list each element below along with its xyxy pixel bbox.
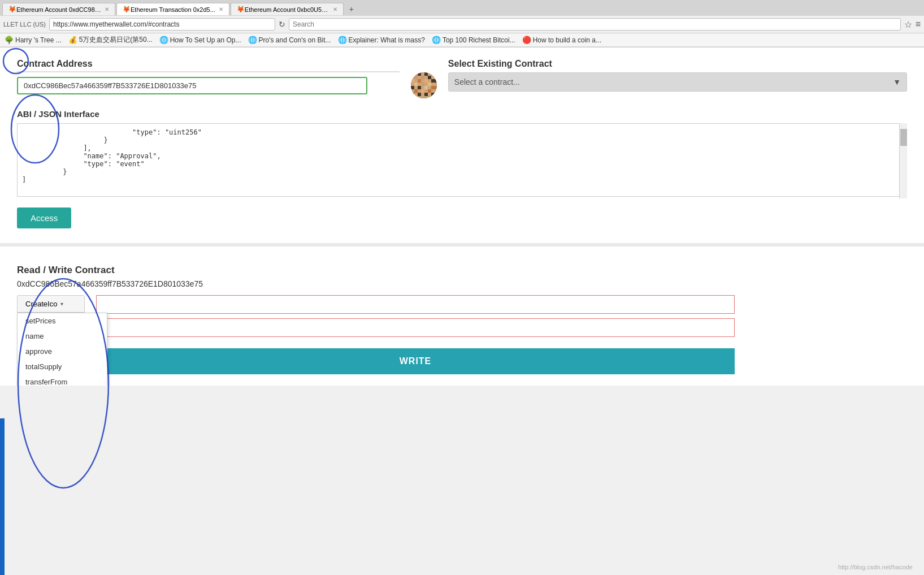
tab-label-2: Ethereum Transaction 0x2d5... <box>131 6 215 13</box>
svg-rect-3 <box>424 72 428 76</box>
svg-rect-8 <box>418 79 421 83</box>
scrollbar-thumb[interactable] <box>900 129 907 146</box>
bookmark-icon-3: 🌐 <box>248 36 257 44</box>
bookmark-label-3: Pro's and Con's on Bit... <box>259 36 331 44</box>
tab-close-1[interactable]: ✕ <box>105 6 109 12</box>
reload-button[interactable]: ↻ <box>279 20 285 29</box>
input-area: WRITE <box>85 295 907 374</box>
tab-2[interactable]: 🦊 Ethereum Transaction 0x2d5... ✕ <box>116 3 229 15</box>
bookmark-label-1: 5万史血交易日记(第50... <box>79 35 153 45</box>
search-input[interactable] <box>289 18 901 31</box>
site-label: LLET LLC (US) <box>3 21 46 28</box>
abi-container <box>17 123 907 198</box>
bookmark-icon-0: 🌳 <box>5 36 14 44</box>
dropdown-container: CreateIco ▾ setPrices name approve total… <box>17 295 85 313</box>
svg-rect-5 <box>421 76 424 79</box>
tab-favicon-2: 🦊 <box>123 6 131 13</box>
bookmark-star-icon[interactable]: ☆ <box>904 19 912 30</box>
menu-item-name[interactable]: name <box>18 328 107 344</box>
menu-item-approve[interactable]: approve <box>18 344 107 359</box>
svg-rect-10 <box>431 79 437 83</box>
svg-rect-16 <box>424 86 428 89</box>
svg-rect-23 <box>424 93 428 96</box>
tab-favicon-1: 🦊 <box>8 6 16 13</box>
svg-rect-7 <box>411 79 414 83</box>
svg-rect-24 <box>431 93 437 98</box>
abi-textarea[interactable] <box>17 123 907 197</box>
bookmark-label-2: How To Set Up an Op... <box>170 36 241 44</box>
bookmark-5[interactable]: 🌐 Top 100 Richest Bitcoi... <box>432 36 515 44</box>
dropdown-arrow-icon: ▼ <box>893 77 901 87</box>
createico-dropdown-button[interactable]: CreateIco ▾ <box>17 295 85 313</box>
contract-address-title: Contract Address <box>17 59 400 72</box>
svg-rect-2 <box>418 72 421 76</box>
new-tab-button[interactable]: + <box>345 2 358 16</box>
form-input-1[interactable] <box>96 295 735 314</box>
bookmark-4[interactable]: 🌐 Explainer: What is mass? <box>338 36 425 44</box>
bookmark-1[interactable]: 💰 5万史血交易日记(第50... <box>68 35 153 45</box>
bookmark-2[interactable]: 🌐 How To Set Up an Op... <box>159 36 241 44</box>
tab-label-3: Ethereum Account 0xbc0U5c... <box>245 6 329 13</box>
scrollbar-track[interactable] <box>899 123 907 198</box>
bookmark-label-5: Top 100 Richest Bitcoi... <box>443 36 515 44</box>
select-contract-dropdown[interactable]: Select a contract... ▼ <box>448 72 907 92</box>
menu-item-setPrices[interactable]: setPrices <box>18 313 107 328</box>
svg-rect-20 <box>428 89 431 93</box>
svg-rect-11 <box>414 83 418 86</box>
svg-rect-19 <box>421 89 424 93</box>
svg-rect-17 <box>431 86 437 89</box>
svg-rect-12 <box>421 83 424 86</box>
tab-3[interactable]: 🦊 Ethereum Account 0xbc0U5c... ✕ <box>231 3 344 15</box>
bookmarks-bar: 🌳 Harry 's Tree ... 💰 5万史血交易日记(第50... 🌐 … <box>0 33 924 47</box>
menu-item-totalSupply[interactable]: totalSupply <box>18 359 107 374</box>
bookmark-icon-2: 🌐 <box>159 36 168 44</box>
svg-rect-4 <box>414 76 418 79</box>
svg-rect-13 <box>428 83 431 86</box>
abi-label: ABI / JSON Interface <box>17 109 907 119</box>
tab-1[interactable]: 🦊 Ethereum Account 0xdCC986... ✕ <box>2 3 115 15</box>
bookmark-label-4: Explainer: What is mass? <box>349 36 425 44</box>
bookmark-icon-6: 🔴 <box>522 36 531 44</box>
bookmark-icon-5: 🌐 <box>432 36 441 44</box>
svg-rect-14 <box>411 86 414 89</box>
bookmark-0[interactable]: 🌳 Harry 's Tree ... <box>5 36 62 44</box>
svg-rect-18 <box>414 89 418 93</box>
select-contract-label: Select a contract... <box>454 77 520 87</box>
address-bar-input[interactable] <box>49 18 275 31</box>
access-button[interactable]: Access <box>17 207 71 228</box>
bookmark-3[interactable]: 🌐 Pro's and Con's on Bit... <box>248 36 331 44</box>
bookmark-6[interactable]: 🔴 How to build a coin a... <box>522 36 601 44</box>
bookmark-icon-1: 💰 <box>68 36 77 44</box>
svg-rect-9 <box>424 79 428 83</box>
tab-close-3[interactable]: ✕ <box>333 6 337 12</box>
write-button[interactable]: WRITE <box>96 348 735 374</box>
dropdown-menu: setPrices name approve totalSupply trans… <box>17 313 107 386</box>
bookmark-label-0: Harry 's Tree ... <box>15 36 62 44</box>
bookmark-icon-4: 🌐 <box>338 36 347 44</box>
tab-favicon-3: 🦊 <box>237 6 245 13</box>
svg-rect-22 <box>418 93 421 96</box>
svg-rect-15 <box>418 86 421 89</box>
tab-label-1: Ethereum Account 0xdCC986... <box>16 6 101 13</box>
section-separator <box>0 243 924 247</box>
form-input-2[interactable] <box>96 318 735 337</box>
write-btn-row: WRITE <box>96 346 907 374</box>
svg-rect-21 <box>411 93 414 96</box>
address-bar-row: LLET LLC (US) ↻ ☆ ≡ <box>0 16 924 33</box>
menu-item-transferFrom[interactable]: transferFrom <box>18 374 107 386</box>
avatar <box>411 72 437 98</box>
dropdown-label: CreateIco <box>25 300 57 308</box>
browser-menu-icon[interactable]: ≡ <box>916 19 921 29</box>
rw-title: Read / Write Contract <box>17 265 907 276</box>
tab-close-2[interactable]: ✕ <box>219 6 223 12</box>
avatar-image <box>411 72 437 98</box>
contract-address-input[interactable] <box>17 77 367 94</box>
svg-rect-1 <box>411 72 414 76</box>
page-content: Contract Address <box>0 47 924 386</box>
rw-section: Read / Write Contract 0xdCC986Bec57a4663… <box>17 256 907 374</box>
browser-chrome: 🦊 Ethereum Account 0xdCC986... ✕ 🦊 Ether… <box>0 0 924 47</box>
svg-rect-6 <box>428 76 431 79</box>
contract-addr-display: 0xdCC986Bec57a466359ff7B533726E1D801033e… <box>17 279 907 288</box>
bookmark-label-6: How to build a coin a... <box>533 36 601 44</box>
tab-bar: 🦊 Ethereum Account 0xdCC986... ✕ 🦊 Ether… <box>0 0 924 16</box>
